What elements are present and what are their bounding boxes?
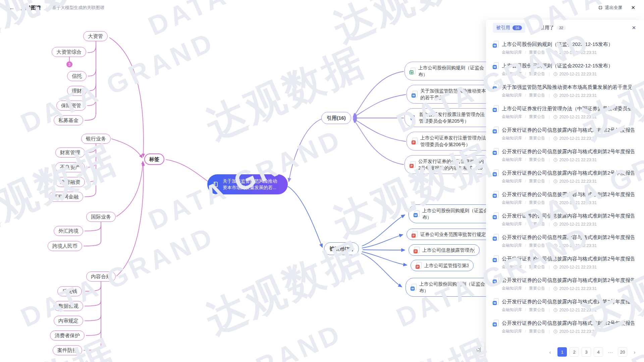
panel-close-icon[interactable]: ✕ <box>630 23 637 32</box>
pdf-file-icon: P <box>410 161 416 168</box>
tag-root-node[interactable]: 标签 <box>144 154 164 165</box>
tag-node-child[interactable]: 信托 <box>67 71 87 81</box>
word-file-icon: W <box>493 234 499 241</box>
minimap-toggle-button[interactable] <box>471 343 484 356</box>
clock-icon <box>553 115 557 119</box>
word-file-icon: W <box>493 298 499 305</box>
tag-node-child[interactable]: 案件防控 <box>53 345 82 355</box>
pagination-page-2[interactable]: 2 <box>570 347 579 357</box>
tag-node-child[interactable]: 互联网金融 <box>49 192 83 202</box>
tag-node-child[interactable]: 跨境人民币 <box>48 241 82 251</box>
tag-node-child[interactable]: 财富管理 <box>55 147 85 158</box>
knowledge-base-label: 金融知识库 <box>502 157 522 163</box>
pagination-page-1[interactable]: 1 <box>557 347 567 357</box>
tab-cited-by[interactable]: 被引用 16 <box>493 23 525 33</box>
timestamp-label: 2020-12-21 22:23:31 <box>559 222 596 227</box>
knowledge-base-label: 金融知识库 <box>502 286 522 291</box>
document-title: 公开发行证券的公司信息披露内容与格式准则第2号年度报告的内... <box>502 277 634 284</box>
central-document-node[interactable]: 关于加强监管防范风险推动 资本市场高质量发展的若... <box>207 174 288 194</box>
tag-node-child[interactable]: 私募基金 <box>54 115 83 125</box>
cited-by-relation-node[interactable]: 被引用(32) <box>324 242 359 255</box>
tab-cites[interactable]: 引用了 32 <box>537 23 569 33</box>
page-title: 关联图谱 <box>21 5 41 11</box>
tag-node-child[interactable]: 外汇跨境 <box>54 226 83 236</box>
word-file-icon: W <box>493 127 499 133</box>
tag-node-child[interactable]: 反洗钱 <box>57 286 82 296</box>
tag-node-child[interactable]: 内审规定 <box>54 316 83 326</box>
document-list-item[interactable]: W 公开发行证券的公司信息披露内容与格式准则第2号年度报告的内... 金融知识库… <box>493 317 637 338</box>
knowledge-base-label: 金融知识库 <box>502 71 522 77</box>
tag-label: 重要公告 <box>529 286 545 291</box>
pagination-next-icon[interactable]: › <box>630 347 639 357</box>
document-list-item[interactable]: W 公开发行证券的公司信息披露内容与格式准则第2号年度报告的内... 金融知识库… <box>493 188 637 209</box>
citations-panel: 被引用 16 引用了 32 ✕ W 上市公司股份回购规则（证监会2023-12-… <box>486 20 644 362</box>
tag-node-child[interactable]: 政府融资 <box>55 177 85 187</box>
document-list-item[interactable]: W 公开发行证券的公司信息披露内容与格式准则第2号年度报告的内... 金融知识库… <box>493 252 637 274</box>
document-list-item[interactable]: W 公开发行证券的公司信息披露内容与格式准则第2号年度报告的内... 金融知识库… <box>493 145 637 167</box>
tag-node-group-0[interactable]: 大资管 <box>83 31 108 41</box>
tag-node-group-1[interactable]: 银行业务 <box>81 134 111 144</box>
timestamp-label: 2020-12-21 22:23:31 <box>559 265 596 269</box>
knowledge-base-label: 金融知识库 <box>502 50 522 55</box>
document-meta: 金融知识库 / 重要公告 | 2020-12-21 22:23:31 <box>502 264 637 270</box>
document-meta: 金融知识库 / 重要公告 | 2020-12-21 22:23:31 <box>502 328 637 334</box>
word-file-icon: W <box>493 191 499 198</box>
pagination-page-4[interactable]: 4 <box>594 347 603 357</box>
document-list-item[interactable]: W 公开发行证券的公司信息披露内容与格式准则第2号年度报告的内... 金融知识库… <box>493 124 637 145</box>
document-title: 公开发行证券的公司信息披露内容与格式准则第2号年度报告的内... <box>502 148 634 155</box>
timestamp-label: 2020-12-21 22:23:31 <box>559 243 596 248</box>
book-icon <box>213 181 219 188</box>
cites-relation-node[interactable]: 引用(16) <box>321 112 351 124</box>
document-meta: 金融知识库 / 重要公告 | 2020-12-21 22:23:31 <box>502 114 637 120</box>
document-list: W 上市公司股份回购规则（证监会2023-12-15发布） 金融知识库 / 重要… <box>486 36 644 338</box>
document-list-item[interactable]: W 公开发行证券的公司信息披露内容与格式准则第2号年度报告的内... 金融知识库… <box>493 209 637 231</box>
word-file-icon: W <box>493 105 499 112</box>
pagination-prev-icon[interactable]: ‹ <box>545 347 555 357</box>
tag-node-child[interactable]: 消费者保护 <box>50 330 85 341</box>
timestamp-label: 2020-12-21 22:23:31 <box>559 329 596 334</box>
document-list-item[interactable]: W 上市公司股份回购规则（证监会2023-12-15发布） 金融知识库 / 重要… <box>493 38 637 59</box>
document-meta: 金融知识库 / 重要公告 | 2020-12-21 22:23:31 <box>502 200 637 205</box>
tab-count-badge: 16 <box>513 25 522 30</box>
document-list-item[interactable]: W 上市公司股份回购规则（证监会2022-12-15发布） 金融知识库 / 重要… <box>493 59 637 81</box>
cited-doc-node[interactable]: P 上市公司监管指引第3号 <box>411 260 474 271</box>
tag-node-child[interactable]: 理财 <box>67 86 87 96</box>
word-file-icon: W <box>493 213 499 219</box>
document-list-item[interactable]: W 公开发行证券的公司信息披露内容与格式准则第2号年度报告的内... 金融知识库… <box>493 231 637 252</box>
clock-icon <box>553 308 557 312</box>
word-file-icon: W <box>493 255 499 262</box>
document-meta: 金融知识库 / 重要公告 | 2020-12-21 22:23:31 <box>502 221 637 227</box>
tag-node-group-3[interactable]: 内容合规 <box>86 272 116 282</box>
clock-icon <box>553 72 557 76</box>
tag-node-group-2[interactable]: 国际业务 <box>86 212 116 222</box>
collapsed-count-badge[interactable]: 3 <box>66 61 72 67</box>
document-list-item[interactable]: W 上市公司证券发行注册管理办法（中国证券监督管理委员会令第2... 金融知识库… <box>493 102 637 124</box>
clock-icon <box>553 222 557 226</box>
cited-doc-node[interactable]: P 上市公司信息披露管理办法 <box>409 244 480 256</box>
close-icon[interactable]: ✕ <box>631 5 635 11</box>
tag-node-child[interactable]: 不良资产 <box>55 162 85 172</box>
document-list-item[interactable]: W 关于加强监管防范风险推动资本市场高质量发展的若干意见 金融知识库 / 重要公… <box>493 81 637 102</box>
document-list-item[interactable]: W 公开发行证券的公司信息披露内容与格式准则第2号年度报告的内... 金融知识库… <box>493 295 637 317</box>
document-title: 公开发行证券的公司信息披露内容与格式准则第2号年度报告的内... <box>502 191 634 198</box>
timestamp-label: 2020-12-21 22:23:31 <box>559 93 596 98</box>
document-list-item[interactable]: W 公开发行证券的公司信息披露内容与格式准则第2号年度报告的内... 金融知识库… <box>493 274 637 295</box>
back-icon[interactable]: ← <box>9 4 15 11</box>
pagination-page-3[interactable]: 3 <box>582 347 591 357</box>
timestamp-label: 2020-12-21 22:23:31 <box>559 136 596 141</box>
header-divider <box>46 5 47 10</box>
tag-node-child[interactable]: 数据合规 <box>54 301 83 311</box>
word-file-icon: W <box>493 62 499 69</box>
document-meta: 金融知识库 / 重要公告 | 2020-12-21 22:23:31 <box>502 135 637 141</box>
tag-node-child[interactable]: 大资管综合 <box>52 47 86 57</box>
document-list-item[interactable]: W 公开发行证券的公司信息披露内容与格式准则第2号年度报告的内... 金融知识库… <box>493 167 637 188</box>
document-meta: 金融知识库 / 重要公告 | 2020-12-21 22:23:31 <box>502 50 637 55</box>
document-title: 上市公司证券发行注册管理办法（中国证券监督管理委员会令第2... <box>502 106 634 112</box>
exit-fullscreen-button[interactable]: 退出全屏 <box>598 5 622 11</box>
pagination-page-20[interactable]: 20 <box>618 347 627 357</box>
tag-label: 重要公告 <box>529 135 545 141</box>
clock-icon <box>553 287 557 291</box>
book-icon <box>410 114 416 121</box>
tag-node-child[interactable]: 保险资管 <box>56 101 86 111</box>
pagination-ellipsis: ··· <box>606 347 615 357</box>
